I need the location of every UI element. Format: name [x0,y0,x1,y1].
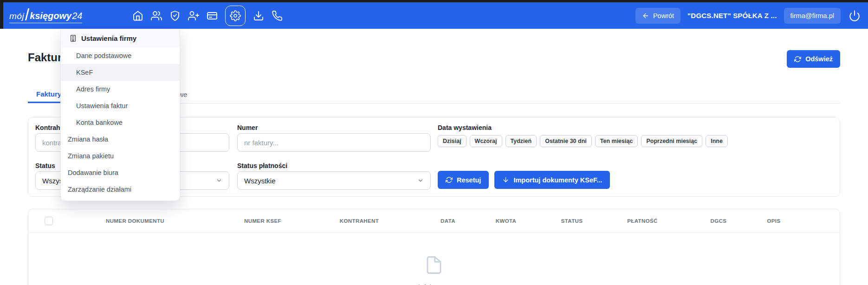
import-ksef-button[interactable]: Importuj dokumenty KSeF... [494,171,610,189]
back-button[interactable]: Powrót [635,8,680,24]
date-filter-inne[interactable]: Inne [706,135,728,147]
company-name: "DGCS.NET" SPÓŁKA Z ... [686,12,778,19]
chevron-down-icon [216,177,222,184]
select-all-checkbox[interactable] [45,217,53,225]
navbar-right-group: Powrót "DGCS.NET" SPÓŁKA Z ... firma@fir… [635,8,868,24]
app-window: mójksięgowy24 [0,0,868,285]
users-icon[interactable] [151,10,162,21]
menu-item-zmiana-pakietu[interactable]: Zmiana pakietu [61,148,180,164]
menu-item-ustawienia-faktur[interactable]: Ustawienia faktur [61,97,180,114]
user-plus-icon[interactable] [188,10,199,21]
table-header-row: NUMER DOKUMENTU NUMER KSEF KONTRAHENT DA… [28,209,840,233]
chevron-down-icon [417,177,424,184]
refresh-icon [794,56,801,63]
refresh-icon [446,176,453,183]
settings-nav-button[interactable] [225,6,246,26]
logo-text-main: księgowy [30,11,71,20]
logo-text-suffix: 24 [72,11,82,20]
navbar-icon-group [132,6,283,26]
logo-text-prefix: mój [9,12,24,20]
invoices-table: NUMER DOKUMENTU NUMER KSEF KONTRAHENT DA… [28,209,840,285]
menu-item-adres-firmy[interactable]: Adres firmy [61,81,180,97]
menu-item-konta-bankowe[interactable]: Konta bankowe [61,114,180,131]
file-icon [424,253,444,277]
col-dgcs: DGCS [711,218,727,224]
logo-bar [25,8,29,20]
empty-state-text: Brak faktur KSeF [408,283,460,285]
status-platnosci-select[interactable]: Wszystkie [237,171,431,190]
col-kontrahent: KONTRAHENT [340,218,379,224]
col-numer-ksef: NUMER KSEF [244,218,281,224]
import-ksef-button-label: Importuj dokumenty KSeF... [513,176,602,184]
menu-item-zarzadzanie-dzialami[interactable]: Zarządzanie działami [61,181,180,198]
account-email-label: firma@firma.pl [790,12,834,19]
window-left-edge [0,2,3,29]
account-email-button[interactable]: firma@firma.pl [784,8,841,24]
status-label: Status [35,162,55,169]
date-filter-ostatnie-30-dni[interactable]: Ostatnie 30 dni [540,135,592,147]
data-wystawienia-label: Data wystawienia [438,124,492,131]
credit-card-icon[interactable] [207,10,218,21]
filter-actions: Resetuj Importuj dokumenty KSeF... [438,171,610,189]
date-filter-wczoraj[interactable]: Wczoraj [470,135,502,147]
back-button-label: Powrót [653,12,674,19]
reset-button-label: Resetuj [457,176,481,184]
arrow-left-icon [642,12,649,19]
power-icon[interactable] [849,10,861,22]
top-navbar: mójksięgowy24 [0,2,868,29]
status-platnosci-label: Status płatności [237,162,287,169]
col-status: STATUS [561,218,583,224]
col-data: DATA [440,218,455,224]
dropdown-header-label: Ustawienia firmy [81,34,136,42]
empty-state: Brak faktur KSeF [28,253,840,285]
date-filter-dzisiaj[interactable]: Dzisiaj [438,135,466,147]
building-icon [69,34,77,42]
download-icon[interactable] [253,10,264,21]
gear-icon [230,10,241,21]
home-icon[interactable] [132,10,143,21]
date-quick-filters: Dzisiaj Wczoraj Tydzień Ostatnie 30 dni … [438,135,728,147]
arrow-down-icon [502,176,509,183]
window-top-edge [0,0,868,2]
col-opis: OPIS [767,218,780,224]
phone-icon[interactable] [272,10,283,21]
refresh-button[interactable]: Odśwież [787,50,840,68]
col-numer-dokumentu: NUMER DOKUMENTU [106,218,164,224]
reset-button[interactable]: Resetuj [438,171,489,189]
refresh-button-label: Odśwież [805,55,833,63]
app-logo[interactable]: mójksięgowy24 [9,8,82,23]
date-filter-poprzedni-miesiac[interactable]: Poprzedni miesiąc [641,135,702,147]
menu-item-zmiana-hasla[interactable]: Zmiana hasła [61,131,180,148]
status-platnosci-select-value: Wszystkie [244,177,276,185]
menu-item-ksef[interactable]: KSeF [61,64,180,81]
date-filter-ten-miesiac[interactable]: Ten miesiąc [595,135,638,147]
numer-input[interactable] [237,133,431,152]
menu-item-dodawanie-biura[interactable]: Dodawanie biura [61,164,180,181]
settings-dropdown-menu: Ustawienia firmy Dane podstawowe KSeF Ad… [60,29,180,201]
numer-label: Numer [237,124,258,131]
menu-item-dane-podstawowe[interactable]: Dane podstawowe [61,47,180,64]
col-kwota: KWOTA [496,218,517,224]
col-platnosc: PŁATNOŚĆ [627,218,658,224]
date-filter-tydzien[interactable]: Tydzień [505,135,537,147]
dropdown-header-company-settings: Ustawienia firmy [61,29,180,47]
shield-check-icon[interactable] [169,10,181,21]
